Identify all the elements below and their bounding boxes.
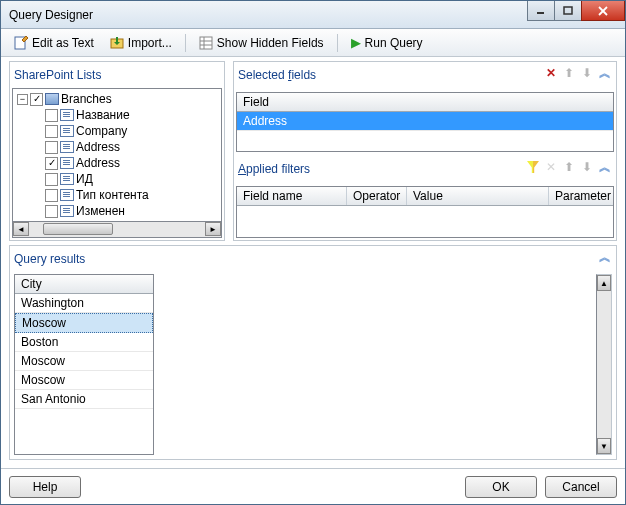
vertical-scrollbar[interactable]: ▲ ▼	[596, 274, 612, 455]
tree-item-label: ИД	[76, 172, 93, 186]
right-panel: Selected fields ✕ ⬆ ⬇ ︽ Field Address	[233, 61, 617, 241]
move-down-button[interactable]: ⬇	[580, 160, 594, 174]
scroll-thumb[interactable]	[43, 223, 113, 235]
cancel-button[interactable]: Cancel	[545, 476, 617, 498]
move-up-button[interactable]: ⬆	[562, 66, 576, 80]
close-button[interactable]	[581, 1, 625, 21]
tree-item-label: Название	[76, 108, 130, 122]
value-header[interactable]: Value	[407, 187, 549, 205]
checkbox[interactable]	[45, 109, 58, 122]
dialog-footer: Help OK Cancel	[1, 468, 625, 504]
checkbox[interactable]	[45, 173, 58, 186]
field-column-header[interactable]: Field	[237, 93, 613, 111]
tree-item-label: Изменен	[76, 204, 125, 218]
tree-item-label: Address	[76, 140, 120, 154]
tree-root-label[interactable]: Branches	[61, 92, 112, 106]
toolbar-separator	[337, 34, 338, 52]
fields-tree[interactable]: −BranchesНазваниеCompanyAddressAddressИД…	[12, 88, 222, 222]
show-hidden-icon	[199, 36, 213, 50]
expand-icon[interactable]: −	[17, 94, 28, 105]
tree-item[interactable]: Address	[13, 155, 221, 171]
result-row[interactable]: Moscow	[15, 352, 153, 371]
results-grid[interactable]: City WashingtonMoscowBostonMoscowMoscowS…	[14, 274, 154, 455]
tree-item[interactable]: Тип контента	[13, 187, 221, 203]
window-title: Query Designer	[9, 8, 93, 22]
edit-as-text-label: Edit as Text	[32, 36, 94, 50]
toolbar-separator	[185, 34, 186, 52]
tree-item-label: Address	[76, 156, 120, 170]
field-icon	[60, 125, 74, 137]
show-hidden-button[interactable]: Show Hidden Fields	[192, 33, 331, 53]
query-designer-window: Query Designer Edit as Text Import... Sh…	[0, 0, 626, 505]
list-icon	[45, 93, 59, 105]
collapse-icon[interactable]: ︽	[598, 160, 612, 174]
checkbox[interactable]	[45, 125, 58, 138]
scroll-right-button[interactable]: ►	[205, 222, 221, 236]
edit-text-icon	[14, 36, 28, 50]
tree-item-label: Company	[76, 124, 127, 138]
ok-button[interactable]: OK	[465, 476, 537, 498]
tree-item[interactable]: Address	[13, 139, 221, 155]
title-bar[interactable]: Query Designer	[1, 1, 625, 29]
import-button[interactable]: Import...	[103, 33, 179, 53]
result-row[interactable]: Moscow	[15, 371, 153, 390]
result-row[interactable]: Boston	[15, 333, 153, 352]
move-down-button[interactable]: ⬇	[580, 66, 594, 80]
query-results-title: Query results ︽	[12, 248, 614, 272]
tree-item[interactable]: Название	[13, 107, 221, 123]
maximize-button[interactable]	[554, 1, 582, 21]
tree-item[interactable]: ИД	[13, 171, 221, 187]
checkbox[interactable]	[45, 189, 58, 202]
svg-rect-1	[564, 7, 572, 14]
field-icon	[60, 173, 74, 185]
show-hidden-label: Show Hidden Fields	[217, 36, 324, 50]
field-icon	[60, 157, 74, 169]
field-icon	[60, 205, 74, 217]
query-results-panel: Query results ︽ City WashingtonMoscowBos…	[9, 245, 617, 460]
field-name-header[interactable]: Field name	[237, 187, 347, 205]
run-query-label: Run Query	[365, 36, 423, 50]
selected-fields-title: Selected fields ✕ ⬆ ⬇ ︽	[236, 64, 614, 88]
applied-filters-grid[interactable]: Field name Operator Value Parameter	[236, 186, 614, 238]
tree-item-label: Тип контента	[76, 188, 149, 202]
minimize-button[interactable]	[527, 1, 555, 21]
result-row[interactable]: Washington	[15, 294, 153, 313]
collapse-icon[interactable]: ︽	[598, 250, 612, 264]
toolbar: Edit as Text Import... Show Hidden Field…	[1, 29, 625, 57]
run-icon: ▶	[351, 35, 361, 50]
scroll-left-button[interactable]: ◄	[13, 222, 29, 236]
help-button[interactable]: Help	[9, 476, 81, 498]
tree-item[interactable]: Company	[13, 123, 221, 139]
edit-as-text-button[interactable]: Edit as Text	[7, 33, 101, 53]
results-column-header[interactable]: City	[15, 275, 153, 294]
scroll-up-button[interactable]: ▲	[597, 275, 611, 291]
horizontal-scrollbar[interactable]: ◄ ►	[12, 222, 222, 238]
import-icon	[110, 36, 124, 50]
result-row[interactable]: San Antonio	[15, 390, 153, 409]
selected-field-row[interactable]: Address	[237, 112, 613, 131]
sharepoint-lists-title: SharePoint Lists	[12, 64, 222, 88]
checkbox[interactable]	[45, 205, 58, 218]
scroll-down-button[interactable]: ▼	[597, 438, 611, 454]
sharepoint-lists-panel: SharePoint Lists −BranchesНазваниеCompan…	[9, 61, 225, 241]
field-icon	[60, 109, 74, 121]
selected-fields-grid[interactable]: Field Address	[236, 92, 614, 152]
collapse-icon[interactable]: ︽	[598, 66, 612, 80]
checkbox[interactable]	[45, 141, 58, 154]
move-up-button[interactable]: ⬆	[562, 160, 576, 174]
remove-filter-button[interactable]: ✕	[544, 160, 558, 174]
filter-icon[interactable]	[526, 160, 540, 174]
applied-filters-title: Applied filters ✕ ⬆ ⬇ ︽	[236, 158, 614, 182]
result-row[interactable]: Moscow	[15, 313, 153, 333]
parameter-header[interactable]: Parameter	[549, 187, 613, 205]
field-icon	[60, 141, 74, 153]
checkbox[interactable]	[30, 93, 43, 106]
tree-item[interactable]: Изменен	[13, 203, 221, 219]
run-query-button[interactable]: ▶ Run Query	[344, 32, 430, 53]
import-label: Import...	[128, 36, 172, 50]
operator-header[interactable]: Operator	[347, 187, 407, 205]
checkbox[interactable]	[45, 157, 58, 170]
svg-rect-6	[200, 37, 212, 49]
field-icon	[60, 189, 74, 201]
remove-field-button[interactable]: ✕	[544, 66, 558, 80]
